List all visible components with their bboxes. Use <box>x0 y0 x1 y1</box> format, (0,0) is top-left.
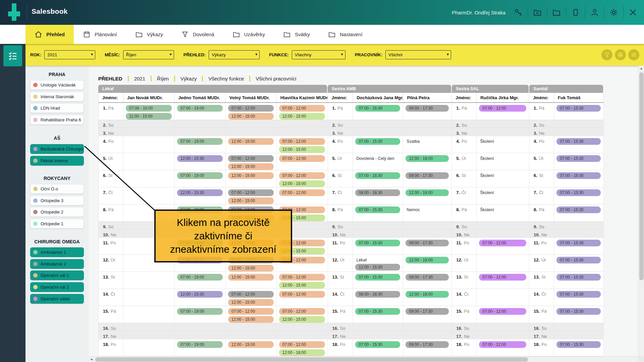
shift-pill[interactable]: 12:00 - 15:00 <box>228 341 274 348</box>
shift-pill[interactable]: 07:00 - 15:30 <box>355 138 400 145</box>
shift-pill[interactable]: 09:00 - 17:30 <box>406 308 449 315</box>
shift-pill[interactable]: 12:00 - 15:30 <box>355 264 400 270</box>
shift-pill[interactable]: 07:00 - 15:30 <box>556 308 601 315</box>
tab-výkazy[interactable]: Výkazy <box>126 25 172 44</box>
sidebar-item-ortopedie-3[interactable]: Ortopedie 3 <box>30 196 84 205</box>
shift-pill[interactable]: 07:00 - 12:00 <box>228 308 274 315</box>
sidebar-item-urologie-václavák[interactable]: Urologie Václavák <box>30 80 84 90</box>
shift-pill[interactable]: 11:00 - 15:00 <box>126 113 172 120</box>
vertical-scrollbar[interactable]: ▲ <box>638 66 644 362</box>
shift-pill[interactable]: 07:00 - 15:30 <box>556 240 601 246</box>
shift-pill[interactable]: 07:00 - 15:30 <box>556 189 601 196</box>
sidebar-item-ortopedie-2[interactable]: Ortopedie 2 <box>30 207 84 217</box>
shift-pill[interactable]: 12:00 - 18:00 <box>406 291 449 298</box>
shift-pill[interactable]: 07:00 - 12:00 <box>479 240 526 246</box>
tab-přehled[interactable]: Přehled <box>25 25 74 44</box>
filter-button[interactable] <box>601 49 612 60</box>
sidebar-item-ortopedie-1[interactable]: Ortopedie 1 <box>30 219 84 229</box>
view-select[interactable]: Výkazy <box>209 50 260 59</box>
shift-pill[interactable]: 12:00 - 15:00 <box>228 316 274 323</box>
shift-pill[interactable]: 12:00 - 15:00 <box>228 265 274 272</box>
shift-pill[interactable]: 07:00 - 15:30 <box>355 240 400 246</box>
shift-pill[interactable]: 12:00 - 15:00 <box>228 197 274 204</box>
shift-pill[interactable]: 08:00 - 16:30 <box>355 189 400 196</box>
sidebar-item-ambulance-2[interactable]: Ambulance 2 <box>30 259 84 269</box>
shift-pill[interactable]: 07:00 - 12:00 <box>479 105 526 112</box>
sidebar-item-bezbolestná-chirurgie[interactable]: Bezbolestná Chirurgie <box>30 144 84 154</box>
shift-pill[interactable]: 12:00 - 15:00 <box>279 316 325 323</box>
shift-pill[interactable]: 12:00 - 15:00 <box>279 113 325 120</box>
horizontal-scrollbar-thumb[interactable] <box>95 357 528 362</box>
shift-pill[interactable]: 07:00 - 15:30 <box>355 341 400 348</box>
sidebar-item-interna-staromák[interactable]: Interna Staromák <box>30 92 84 102</box>
horizontal-scrollbar[interactable]: ◄ <box>89 356 638 362</box>
shift-pill[interactable]: 07:00 - 15:30 <box>355 172 400 179</box>
shift-pill[interactable]: 09:00 - 17:30 <box>406 105 449 112</box>
sidebar-item-operační-sálek[interactable]: Operační sálek <box>30 294 84 304</box>
shift-pill[interactable]: 07:00 - 15:30 <box>355 308 400 315</box>
shift-pill[interactable]: 09:00 - 17:30 <box>406 341 449 348</box>
tab-svátky[interactable]: Svátky <box>274 25 319 44</box>
shift-pill[interactable]: 07:00 - 15:30 <box>556 274 601 281</box>
shift-pill[interactable]: 12:00 - 15:30 <box>177 291 223 298</box>
sidebar-toggle-button[interactable] <box>3 45 22 66</box>
print-button[interactable] <box>615 49 626 60</box>
absence-label[interactable]: Školení <box>480 190 527 195</box>
absence-label[interactable]: Svatba <box>407 139 449 144</box>
key-icon[interactable] <box>513 7 523 17</box>
absence-label[interactable]: Lékař <box>356 258 401 262</box>
sidebar-item-operační-sál-2[interactable]: Operační sál 2 <box>30 282 84 292</box>
shift-pill[interactable]: 07:00 - 12:00 <box>279 105 325 112</box>
shift-pill[interactable]: 12:00 - 15:00 <box>279 146 325 153</box>
shift-pill[interactable]: 07:00 - 15:30 <box>556 172 601 179</box>
shift-pill[interactable]: 07:00 - 15:30 <box>556 341 601 348</box>
shift-pill[interactable]: 12:00 - 15:00 <box>228 138 274 145</box>
scroll-left-icon[interactable]: ◄ <box>89 357 94 362</box>
shift-pill[interactable]: 07:00 - 15:30 <box>556 257 601 263</box>
shift-pill[interactable]: 07:00 - 19:00 <box>177 105 223 112</box>
close-icon[interactable] <box>628 7 638 17</box>
shift-pill[interactable]: 12:00 - 18:00 <box>279 349 325 356</box>
shift-pill[interactable]: 09:00 - 17:30 <box>406 274 449 281</box>
shift-pill[interactable]: 07:00 - 10:00 <box>126 105 172 112</box>
shift-pill[interactable]: 07:00 - 19:00 <box>177 341 223 348</box>
shift-pill[interactable]: 07:00 - 12:00 <box>228 189 274 196</box>
sidebar-item-pěkná-interna[interactable]: Pěkná Interna <box>30 156 84 166</box>
absence-label[interactable]: Školení <box>480 156 527 161</box>
shift-pill[interactable]: 09:00 - 17:30 <box>406 240 449 246</box>
shift-pill[interactable]: 07:00 - 15:30 <box>355 206 400 213</box>
shift-pill[interactable]: 07:00 - 12:00 <box>279 274 325 281</box>
shift-pill[interactable]: 07:00 - 12:00 <box>228 291 274 298</box>
tab-dovolená[interactable]: Dovolená <box>172 25 223 44</box>
shift-pill[interactable]: 12:00 - 18:00 <box>406 155 449 162</box>
tab-nastavení[interactable]: Nastavení <box>319 25 372 44</box>
shift-pill[interactable]: 07:00 - 12:00 <box>479 341 526 348</box>
month-select[interactable]: Říjen <box>123 50 174 59</box>
sidebar-item-ldn-hrad[interactable]: LDN Hrad <box>30 103 84 113</box>
year-select[interactable]: 2021 <box>44 50 95 59</box>
user-icon[interactable] <box>590 7 600 17</box>
shift-pill[interactable]: 07:00 - 12:00 <box>279 138 325 145</box>
shift-pill[interactable]: 07:00 - 12:00 <box>479 308 526 315</box>
shift-pill[interactable]: 07:00 - 15:30 <box>355 274 400 281</box>
shift-pill[interactable]: 07:00 - 15:30 <box>556 291 601 298</box>
shift-pill[interactable]: 07:00 - 12:00 <box>279 189 325 196</box>
shift-pill[interactable]: 12:00 - 15:00 <box>279 180 325 187</box>
shift-pill[interactable]: 12:00 - 15:30 <box>177 189 223 196</box>
sidebar-item-oční-o-o[interactable]: Oční O.o <box>30 184 84 194</box>
absence-label[interactable]: Školení <box>480 139 527 144</box>
shift-pill[interactable]: 12:00 - 15:00 <box>279 282 325 289</box>
absence-label[interactable]: Školení <box>480 207 527 212</box>
shift-pill[interactable]: 12:00 - 15:30 <box>177 155 223 162</box>
stop-icon[interactable] <box>571 7 581 17</box>
shift-pill[interactable]: 12:00 - 15:00 <box>228 274 274 281</box>
sidebar-item-ambulance-1[interactable]: Ambulance 1 <box>30 247 84 257</box>
shift-pill[interactable]: 12:00 - 15:00 <box>228 163 274 170</box>
sidebar-item-operační-sál-1[interactable]: Operační sál 1 <box>30 270 84 280</box>
absence-label[interactable]: Dovolená - Celý den <box>356 156 401 161</box>
options-button[interactable] <box>628 49 639 60</box>
shift-pill[interactable]: 07:00 - 12:00 <box>279 172 325 179</box>
shift-pill[interactable]: 12:00 - 15:00 <box>228 299 274 306</box>
shift-pill[interactable]: 12:00 - 18:00 <box>406 257 449 263</box>
shift-pill[interactable]: 07:00 - 12:00 <box>279 308 325 315</box>
